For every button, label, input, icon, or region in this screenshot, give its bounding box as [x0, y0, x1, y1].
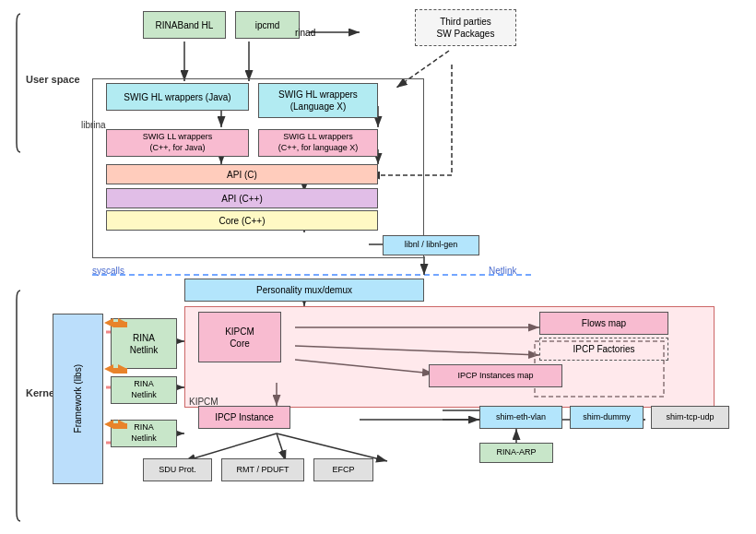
rmt-pduft-box: RMT / PDUFT	[221, 458, 304, 481]
netlink-label: Netlink	[489, 266, 517, 276]
ipcp-factories-box: IPCP Factories	[539, 338, 668, 361]
svg-line-32	[277, 433, 286, 461]
swig-ll-x-box: SWIG LL wrappers (C++, for language X)	[258, 129, 378, 157]
swig-ll-java-box: SWIG LL wrappers (C++, for Java)	[106, 129, 249, 157]
efcp-box: EFCP	[313, 458, 373, 481]
svg-marker-43	[104, 420, 113, 429]
rina-arp-box: RINA-ARP	[479, 443, 553, 463]
shim-dummy-box: shim-dummy	[570, 406, 644, 429]
svg-line-33	[277, 433, 387, 461]
swig-hl-x-box: SWIG HL wrappers (Language X)	[258, 83, 378, 118]
user-space-label: User space	[26, 74, 80, 85]
ipcmd-box: ipcmd	[235, 11, 300, 39]
ipcp-instance-box: IPCP Instance	[198, 406, 290, 429]
api-cpp-box: API (C++)	[106, 188, 378, 208]
framework-arrows-svg	[100, 314, 132, 493]
ipcp-instances-map-box: IPCP Instances map	[429, 364, 562, 387]
api-c-box: API (C)	[106, 164, 378, 184]
framework-libs-box: Framework (libs)	[53, 314, 103, 484]
sdu-prot-box: SDU Prot.	[143, 458, 212, 481]
libnl-box: libnl / libnl-gen	[383, 235, 479, 255]
svg-marker-40	[104, 364, 113, 374]
syscalls-label: syscalls	[92, 266, 124, 276]
svg-line-31	[184, 433, 277, 461]
flows-map-box: Flows map	[539, 312, 668, 335]
rinad-label: rinad	[295, 28, 315, 38]
kipcm-core-box: KIPCM Core	[198, 312, 281, 362]
shim-eth-vlan-box: shim-eth-vlan	[479, 406, 562, 429]
core-cpp-box: Core (C++)	[106, 210, 378, 231]
shim-tcp-udp-box: shim-tcp-udp	[651, 406, 729, 429]
third-parties-box: Third parties SW Packages	[415, 9, 516, 46]
svg-marker-37	[104, 318, 113, 327]
rinaband-hl-box: RINABand HL	[143, 11, 226, 39]
swig-hl-java-box: SWIG HL wrappers (Java)	[106, 83, 249, 111]
personality-mux-box: Personality mux/demux	[184, 279, 424, 302]
diagram-container: User space Kernel space RINABand HL ipcm…	[0, 0, 756, 534]
